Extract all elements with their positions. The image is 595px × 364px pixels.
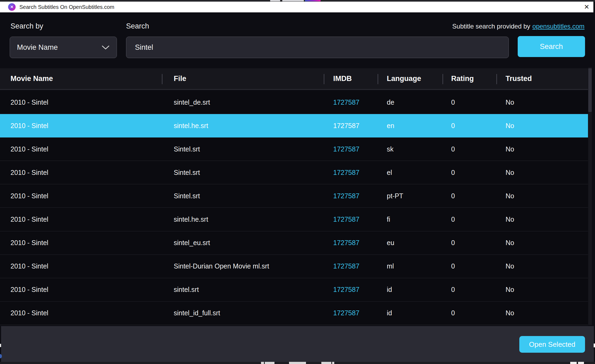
table-row[interactable]: 2010 - Sintel Sintel.srt 1727587 pt-PT 0… [0,184,588,208]
cell-trusted: No [496,278,588,301]
cell-file: Sintel-Durian Open Movie ml.srt [162,255,324,278]
cell-file: Sintel.srt [162,137,324,161]
cell-file: Sintel.srt [162,184,324,207]
cell-language: pt-PT [378,184,443,207]
cell-file: Sintel.srt [162,161,324,184]
scrollbar-thumb[interactable] [588,68,592,112]
cell-file: sintel.he.srt [162,114,324,137]
cell-file: sintel_eu.srt [162,231,324,255]
cell-rating: 0 [443,161,496,184]
opensubtitles-link[interactable]: opensubtitles.com [533,23,584,30]
cell-trusted: No [496,114,588,137]
cell-trusted: No [496,302,588,325]
background-sliver-shape [265,362,274,364]
cell-rating: 0 [443,278,496,301]
chevron-down-icon [102,45,110,50]
cell-language: id [378,302,443,325]
imdb-link[interactable]: 1727587 [324,161,378,184]
table-row[interactable]: 2010 - Sintel Sintel.srt 1727587 sk 0 No [0,137,588,161]
cell-rating: 0 [443,255,496,278]
cell-language: ml [378,255,443,278]
background-sliver-shape [289,362,306,364]
imdb-link[interactable]: 1727587 [324,91,378,114]
background-sliver-shape [282,0,304,1]
provider-text: Subtitle search provided by [452,23,530,30]
table-row[interactable]: 2010 - Sintel sintel.srt 1727587 id 0 No [0,278,588,302]
background-sliver-shape [0,344,1,347]
table-row[interactable]: 2010 - Sintel sintel_eu.srt 1727587 eu 0… [0,231,588,255]
search-input[interactable] [126,37,509,58]
table-scrollbar[interactable] [588,67,592,325]
close-icon[interactable]: ✕ [581,2,593,12]
imdb-link[interactable]: 1727587 [324,302,378,325]
cell-movie-name: 2010 - Sintel [0,208,162,231]
background-sliver-shape [332,362,334,364]
table-row[interactable]: 2010 - Sintel sintel.he.srt 1727587 en 0… [0,114,588,137]
cell-language: de [378,91,443,114]
cell-language: id [378,278,443,301]
cell-movie-name: 2010 - Sintel [0,184,162,207]
table-header: Movie Name File IMDB Language Rating Tru… [0,68,588,90]
table-row[interactable]: 2010 - Sintel sintel_id_full.srt 1727587… [0,302,588,325]
cell-rating: 0 [443,91,496,114]
search-button[interactable]: Search [518,36,585,57]
cell-movie-name: 2010 - Sintel [0,137,162,161]
search-by-dropdown[interactable]: Movie Name [10,37,117,58]
cell-file: sintel_de.srt [162,91,324,114]
imdb-link[interactable]: 1727587 [324,184,378,207]
cell-file: sintel.he.srt [162,208,324,231]
cell-movie-name: 2010 - Sintel [0,91,162,114]
column-header-language[interactable]: Language [378,68,443,89]
cell-rating: 0 [443,231,496,255]
dialog-footer: Open Selected [1,326,594,362]
cell-movie-name: 2010 - Sintel [0,114,162,137]
cell-trusted: No [496,255,588,278]
imdb-link[interactable]: 1727587 [324,231,378,255]
search-label: Search [126,22,149,30]
background-sliver-shape [570,362,577,364]
search-by-selected-value: Movie Name [17,43,58,52]
subtitle-search-dialog: ✕ Search Subtitles On OpenSubtitles.com … [0,0,595,364]
cell-rating: 0 [443,184,496,207]
column-header-movie-name[interactable]: Movie Name [0,68,162,89]
cell-movie-name: 2010 - Sintel [0,302,162,325]
background-sliver-shape [270,0,280,1]
opensubtitles-logo-icon: ✕ [8,3,16,11]
cell-rating: 0 [443,114,496,137]
cell-trusted: No [496,91,588,114]
background-sliver-shape [321,362,331,364]
cell-language: fi [378,208,443,231]
imdb-link[interactable]: 1727587 [324,137,378,161]
table-row[interactable]: 2010 - Sintel Sintel.srt 1727587 el 0 No [0,161,588,184]
cell-trusted: No [496,208,588,231]
cell-language: en [378,114,443,137]
provider-note: Subtitle search provided byopensubtitles… [452,23,584,30]
cell-file: sintel_id_full.srt [162,302,324,325]
table-body: 2010 - Sintel sintel_de.srt 1727587 de 0… [0,91,588,325]
cell-language: el [378,161,443,184]
table-row[interactable]: 2010 - Sintel sintel.he.srt 1727587 fi 0… [0,208,588,231]
cell-trusted: No [496,137,588,161]
imdb-link[interactable]: 1727587 [324,114,378,137]
column-header-file[interactable]: File [162,68,324,89]
cell-rating: 0 [443,137,496,161]
imdb-link[interactable]: 1727587 [324,208,378,231]
cell-file: sintel.srt [162,278,324,301]
column-header-imdb[interactable]: IMDB [324,68,378,89]
imdb-link[interactable]: 1727587 [324,255,378,278]
background-sliver-gradient [305,0,321,1]
dialog-titlebar: ✕ Search Subtitles On OpenSubtitles.com … [0,2,593,12]
cell-language: sk [378,137,443,161]
cell-movie-name: 2010 - Sintel [0,231,162,255]
column-header-rating[interactable]: Rating [443,68,496,89]
table-row[interactable]: 2010 - Sintel Sintel-Durian Open Movie m… [0,255,588,278]
cell-trusted: No [496,184,588,207]
cell-trusted: No [496,231,588,255]
background-sliver-shape [578,362,584,364]
open-selected-button[interactable]: Open Selected [519,336,585,353]
table-row[interactable]: 2010 - Sintel sintel_de.srt 1727587 de 0… [0,91,588,114]
column-header-trusted[interactable]: Trusted [496,68,588,89]
imdb-link[interactable]: 1727587 [324,278,378,301]
cell-language: eu [378,231,443,255]
cell-rating: 0 [443,208,496,231]
